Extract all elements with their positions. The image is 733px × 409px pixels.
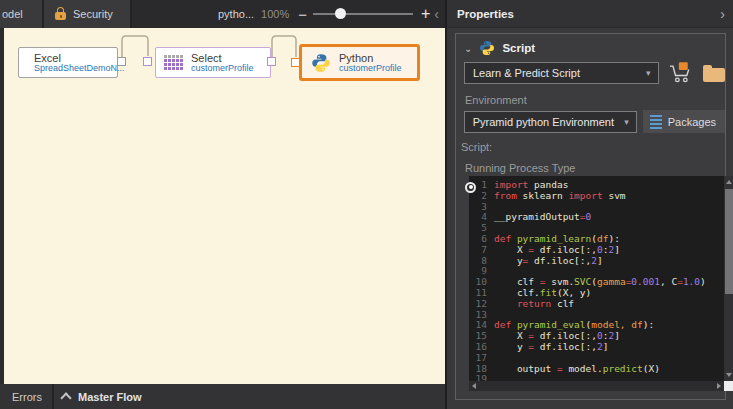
bottom-tab-bar: Errors Master Flow <box>0 384 445 409</box>
zoom-slider-thumb[interactable] <box>335 8 346 19</box>
zoom-controls: pytho... 100% − + ‹ <box>218 0 445 28</box>
node-title: Select <box>191 52 254 64</box>
editor-horizontal-scrollbar[interactable] <box>469 381 724 391</box>
environment-select-value: Pyramid python Environment <box>473 116 614 128</box>
open-folder-icon[interactable] <box>703 68 725 82</box>
tab-master-flow[interactable]: Master Flow <box>62 391 142 403</box>
master-flow-label: Master Flow <box>78 391 142 403</box>
script-section-title: Script <box>502 42 535 54</box>
scroll-right-arrow-icon[interactable] <box>717 383 721 389</box>
zoom-in-button[interactable]: + <box>421 5 430 23</box>
tab-model[interactable]: odel <box>0 0 44 28</box>
node-title: Python <box>339 52 402 64</box>
chevron-down-icon: ▾ <box>624 117 629 127</box>
radio-selected-icon <box>465 182 476 193</box>
python-input-port[interactable] <box>291 58 300 67</box>
connection-lines <box>4 28 445 384</box>
node-select[interactable]: Select customerProfile <box>155 47 271 78</box>
node-excel[interactable]: X Excel SpreadSheetDemoN... <box>18 47 118 78</box>
zoom-out-button[interactable]: − <box>298 6 307 23</box>
zoom-slider[interactable] <box>313 13 413 15</box>
vertical-scroll-thumb[interactable] <box>725 189 733 294</box>
chevron-down-icon[interactable]: ⌄ <box>464 43 472 54</box>
security-label: Security <box>73 8 113 20</box>
select-output-port[interactable] <box>267 57 276 66</box>
node-python-selected[interactable]: Python customerProfile <box>299 44 420 81</box>
lock-icon <box>55 12 66 20</box>
environment-select[interactable]: Pyramid python Environment ▾ <box>464 111 637 133</box>
editor-vertical-scrollbar[interactable] <box>724 176 733 381</box>
select-table-icon <box>164 55 183 71</box>
node-title: Excel <box>34 52 125 64</box>
scroll-up-arrow-icon[interactable] <box>726 180 732 184</box>
script-section-header[interactable]: ⌄ Script <box>464 40 725 56</box>
code-lines[interactable]: 1import pandas2from sklearn import svm34… <box>469 180 724 381</box>
security-button[interactable]: Security <box>44 0 132 28</box>
code-editor[interactable]: 1import pandas2from sklearn import svm34… <box>469 176 733 391</box>
chevron-up-icon <box>60 392 71 403</box>
node-subtitle: SpreadSheetDemoN... <box>34 64 125 74</box>
properties-panel: Properties › ⌄ Script Learn & Predict Sc… <box>445 0 733 409</box>
script-select[interactable]: Learn & Predict Script ▾ <box>464 62 659 84</box>
node-subtitle: customerProfile <box>191 64 254 74</box>
tab-divider <box>52 384 54 409</box>
node-subtitle: customerProfile <box>339 64 402 74</box>
properties-title: Properties <box>457 8 514 20</box>
model-tab-label: odel <box>2 8 23 20</box>
zoom-target-label: pytho... <box>218 8 254 20</box>
environment-label: Environment <box>465 94 725 106</box>
panel-expand-icon[interactable]: ‹ <box>434 6 439 22</box>
errors-label: Errors <box>12 391 42 403</box>
python-icon <box>311 53 331 73</box>
properties-header: Properties › <box>447 0 733 28</box>
flow-canvas[interactable]: X Excel SpreadSheetDemoN... Select custo… <box>4 28 445 384</box>
zoom-level: 100% <box>261 8 289 20</box>
excel-output-port[interactable] <box>117 57 126 66</box>
running-process-type-label: Running Process Type <box>465 162 725 174</box>
chevron-down-icon: ▾ <box>646 68 651 78</box>
packages-label: Packages <box>668 116 716 128</box>
scroll-down-arrow-icon[interactable] <box>726 373 732 377</box>
script-select-value: Learn & Predict Script <box>473 67 580 79</box>
top-toolbar: odel Security pytho... 100% − + ‹ <box>0 0 445 28</box>
select-input-port[interactable] <box>143 57 152 66</box>
packages-button[interactable]: Packages <box>643 110 725 133</box>
script-label: Script: <box>461 141 725 153</box>
list-lines-icon <box>650 115 662 129</box>
scrollbar-corner <box>724 381 733 391</box>
marketplace-cart-icon[interactable] <box>668 62 692 84</box>
scroll-left-arrow-icon[interactable] <box>472 383 476 389</box>
tab-errors[interactable]: Errors <box>0 391 50 403</box>
panel-collapse-icon[interactable]: › <box>720 6 725 22</box>
python-icon <box>479 40 495 56</box>
script-section: ⌄ Script Learn & Predict Script ▾ Enviro… <box>455 33 726 400</box>
